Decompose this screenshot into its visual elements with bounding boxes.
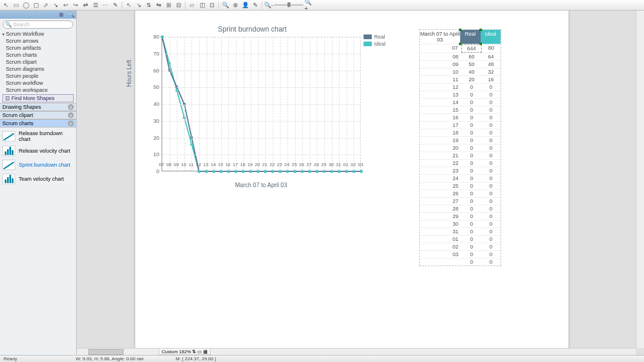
toolbar-button[interactable]: ▭ [11,1,20,9]
table-row[interactable]: 00 [420,258,501,266]
table-row[interactable]: 0100 [420,235,501,243]
toolbar-button[interactable]: ⊕ [231,1,240,9]
zoom-slider[interactable] [274,4,303,6]
toolbar-button[interactable]: ↖ [1,1,11,9]
toolbar-button[interactable]: 🔍- [264,1,273,9]
tree-item[interactable]: Scrum clipart [0,58,76,65]
table-row[interactable]: 0300 [420,250,501,258]
x-tick-label: 23 [277,162,282,167]
table-row[interactable]: 2400 [420,174,501,182]
burndown-chart[interactable]: Sprint burndown chart 01020304050607080 … [144,25,361,198]
tree-item[interactable]: Scrum diagrams [0,65,76,73]
toolbar-button[interactable]: ⊟ [174,1,183,9]
tree-root[interactable]: Scrum Workflow [0,30,76,37]
table-row[interactable]: 2600 [420,189,501,197]
toolbar-button[interactable]: ▢ [31,1,40,9]
toolbar-button[interactable]: ▱ [187,1,197,9]
table-row[interactable]: 095048 [420,60,501,68]
toolbar-button[interactable]: ⬀ [41,1,50,9]
toolbar-button[interactable]: ↘ [134,1,143,9]
table-row[interactable]: 1800 [420,129,501,136]
table-row[interactable]: 3000 [420,220,501,227]
shape-item[interactable]: Release velocity chart [1,144,75,158]
table-row[interactable]: 2900 [420,212,501,220]
table-row[interactable]: 2700 [420,197,501,205]
toolbar-button[interactable]: ⇅ [144,1,153,9]
tree-item[interactable]: Scrum workflow [0,80,76,87]
toolbar-button[interactable]: ↘ [51,1,60,9]
shape-item[interactable]: Team velocity chart [1,172,75,186]
toolbar-button[interactable]: ⇆ [154,1,163,9]
zoom-fit-icon[interactable]: ▭ [197,349,202,354]
panel-search-icon[interactable]: 🔍 [67,11,75,18]
toolbar-button[interactable]: 👤 [241,1,250,9]
toolbar-button[interactable]: ⇄ [81,1,90,9]
toolbar-button[interactable]: ⊞ [164,1,173,9]
legend-item: Real [364,34,386,40]
tree-item[interactable]: Scrum charts [0,51,76,58]
shape-item[interactable]: Release burndown chart [1,129,75,144]
table-row[interactable]: 1400 [420,98,501,106]
scroll-thumb[interactable] [88,349,124,355]
toolbar-button[interactable]: ↖ [124,1,133,9]
toolbar-button[interactable]: ◯ [21,1,30,9]
category-header[interactable]: Scrum clipart× [0,111,76,119]
tree-item[interactable]: Scrum artifacts [0,44,76,51]
toolbar-button[interactable]: 🔍 [221,1,230,9]
toolbar-button[interactable]: ⊡ [207,1,217,9]
table-row[interactable]: 2800 [420,205,501,212]
tree-item[interactable]: Scrum people [0,73,76,80]
zoom-control[interactable]: Custom 182% ⇅ ▭ ▦ [159,348,211,355]
toolbar-button[interactable]: ◫ [197,1,207,9]
table-row[interactable]: 2500 [420,182,501,189]
toolbar-button[interactable]: ☰ [91,1,100,9]
category-header[interactable]: Drawing Shapes× [0,103,76,111]
table-row[interactable]: 2100 [420,151,501,159]
close-icon[interactable]: × [68,120,74,126]
close-icon[interactable]: × [68,112,74,118]
shape-item[interactable]: Sprint burndown chart [1,158,75,172]
toolbar-button[interactable]: ✎ [111,1,120,9]
tree-item[interactable]: Scrum workspace [0,87,76,94]
x-axis-title: March 07 to April 03 [162,182,361,188]
table-row[interactable]: 1700 [420,121,501,129]
toolbar-button[interactable]: ⋯ [101,1,110,9]
x-tick-label: 09 [174,162,179,167]
table-row[interactable]: 2300 [420,167,501,174]
table-row[interactable]: 1200 [420,83,501,91]
x-tick-label: 31 [336,162,341,167]
close-icon[interactable]: × [68,104,74,110]
col-real[interactable]: Real [460,30,481,44]
zoom-page-icon[interactable]: ▦ [203,349,208,354]
vertical-scrollbar[interactable] [636,11,644,348]
toolbar-button[interactable]: 🔍+ [304,1,313,9]
data-table[interactable]: March 07 to April 03 Real Ideal 07644800… [419,29,501,266]
y-tick-label: 0 [156,168,159,174]
panel-grid-icon[interactable]: ⊞ [57,11,66,18]
table-row[interactable]: 1900 [420,136,501,144]
table-row[interactable]: 086064 [420,53,501,60]
table-row[interactable]: 0764480 [420,44,501,53]
table-row[interactable]: 104032 [420,68,501,75]
table-row[interactable]: 112016 [420,75,501,83]
search-input[interactable] [3,20,73,29]
toolbar-button[interactable]: ✎ [251,1,260,9]
x-tick-label: 18 [240,162,245,167]
find-more-shapes[interactable]: ⊡ Find More Shapes [2,94,74,102]
canvas-area[interactable]: Sprint burndown chart 01020304050607080 … [77,11,644,355]
table-row[interactable]: 2000 [420,144,501,151]
table-row[interactable]: 3100 [420,227,501,235]
status-bar: Ready W: 9.03, H: 5.88, Angle: 0.00 rad … [0,355,644,362]
drawing-canvas[interactable]: Sprint burndown chart 01020304050607080 … [135,11,568,355]
table-row[interactable]: 2200 [420,159,501,167]
table-row[interactable]: 1300 [420,91,501,98]
x-tick-label: 07 [159,162,165,167]
table-row[interactable]: 1500 [420,106,501,113]
toolbar-button[interactable]: ↩ [61,1,70,9]
table-row[interactable]: 1600 [420,113,501,121]
table-row[interactable]: 0200 [420,243,501,250]
tree-item[interactable]: Scrum arrows [0,37,76,44]
zoom-stepper-icon[interactable]: ⇅ [192,349,196,354]
category-header[interactable]: Scrum charts× [0,119,76,127]
toolbar-button[interactable]: ↪ [71,1,80,9]
